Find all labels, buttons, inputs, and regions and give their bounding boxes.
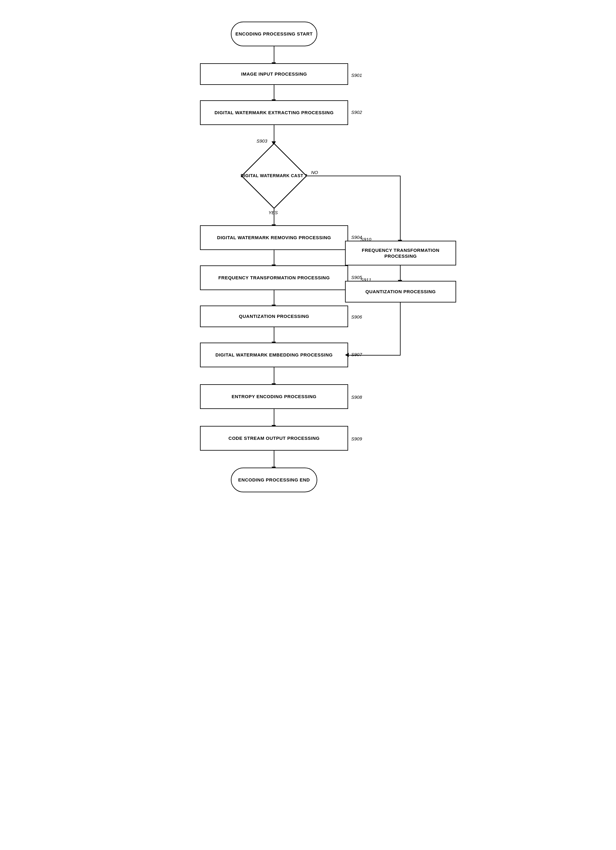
s906-node: QUANTIZATION PROCESSING: [200, 305, 348, 327]
s902-label: S902: [351, 109, 362, 115]
s908-label: S908: [351, 394, 362, 400]
yes-label: YES: [269, 210, 278, 215]
s910-label: S910: [360, 237, 371, 242]
s905-node: FREQUENCY TRANSFORMATION PROCESSING: [200, 265, 348, 290]
start-node: ENCODING PROCESSING START: [231, 22, 317, 46]
s901-label: S901: [351, 73, 362, 78]
end-node: ENCODING PROCESSING END: [231, 468, 317, 492]
no-label: NO: [311, 170, 318, 175]
s911-label: S911: [360, 277, 371, 283]
s903-node: DIGITAL WATERMARK CAST ?: [240, 142, 308, 210]
s906-label: S906: [351, 314, 362, 319]
s907-label: S907: [351, 352, 362, 357]
s910-node: FREQUENCY TRANSFORMATION PROCESSING: [345, 241, 456, 265]
s907-node: DIGITAL WATERMARK EMBEDDING PROCESSING: [200, 343, 348, 367]
s901-node: IMAGE INPUT PROCESSING: [200, 63, 348, 85]
s904-node: DIGITAL WATERMARK REMOVING PROCESSING: [200, 225, 348, 250]
s909-node: CODE STREAM OUTPUT PROCESSING: [200, 426, 348, 450]
flowchart: ENCODING PROCESSING START IMAGE INPUT PR…: [169, 12, 447, 815]
s909-label: S909: [351, 436, 362, 441]
s903-label: S903: [256, 138, 267, 144]
s902-node: DIGITAL WATERMARK EXTRACTING PROCESSING: [200, 100, 348, 125]
s911-node: QUANTIZATION PROCESSING: [345, 281, 456, 302]
s908-node: ENTROPY ENCODING PROCESSING: [200, 384, 348, 409]
